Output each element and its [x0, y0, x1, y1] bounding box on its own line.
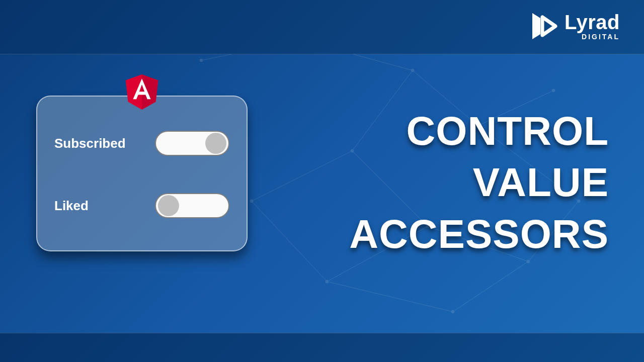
angular-icon — [125, 74, 158, 112]
headline-line-1: CONTROL — [349, 106, 609, 157]
svg-point-6 — [250, 200, 253, 203]
form-card: Subscribed Liked — [36, 96, 248, 251]
toggle-knob — [158, 195, 179, 216]
row-subscribed: Subscribed — [54, 121, 229, 166]
headline-line-3: ACCESSORS — [349, 209, 609, 260]
row-liked: Liked — [54, 183, 229, 228]
headline: CONTROL VALUE ACCESSORS — [349, 106, 609, 260]
play-icon — [528, 11, 558, 41]
subscribed-toggle[interactable] — [155, 131, 229, 156]
svg-point-4 — [552, 89, 555, 92]
svg-point-10 — [451, 310, 454, 313]
liked-toggle[interactable] — [155, 193, 229, 218]
brand-logo: Lyrad DIGITAL — [528, 11, 620, 41]
svg-line-25 — [252, 201, 327, 282]
svg-point-8 — [527, 260, 530, 263]
brand-name: Lyrad — [565, 12, 620, 32]
svg-point-0 — [200, 59, 203, 62]
brand-sub: DIGITAL — [582, 33, 620, 40]
svg-line-17 — [252, 151, 352, 201]
headline-line-2: VALUE — [349, 157, 609, 208]
form-card-wrap: Subscribed Liked — [36, 96, 248, 251]
bottom-bar — [0, 333, 644, 362]
svg-point-2 — [411, 69, 414, 72]
toggle-knob — [205, 133, 226, 154]
subscribed-label: Subscribed — [54, 136, 126, 151]
svg-line-24 — [327, 282, 453, 312]
svg-point-9 — [326, 280, 329, 283]
svg-line-21 — [453, 261, 528, 312]
liked-label: Liked — [54, 198, 89, 214]
